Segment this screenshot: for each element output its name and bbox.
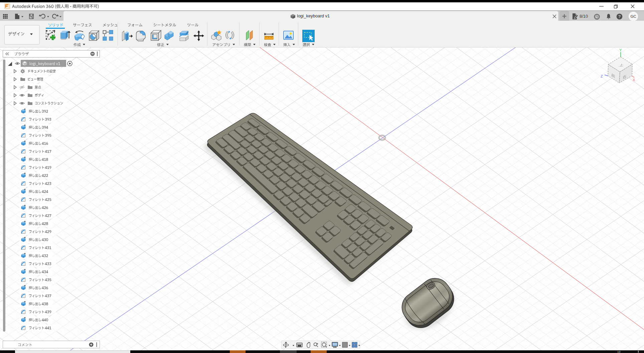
svg-text:Y: Y bbox=[619, 48, 622, 52]
svg-text:X: X bbox=[633, 78, 635, 82]
svg-text:?: ? bbox=[618, 14, 621, 19]
svg-text:Z: Z bbox=[601, 74, 603, 78]
